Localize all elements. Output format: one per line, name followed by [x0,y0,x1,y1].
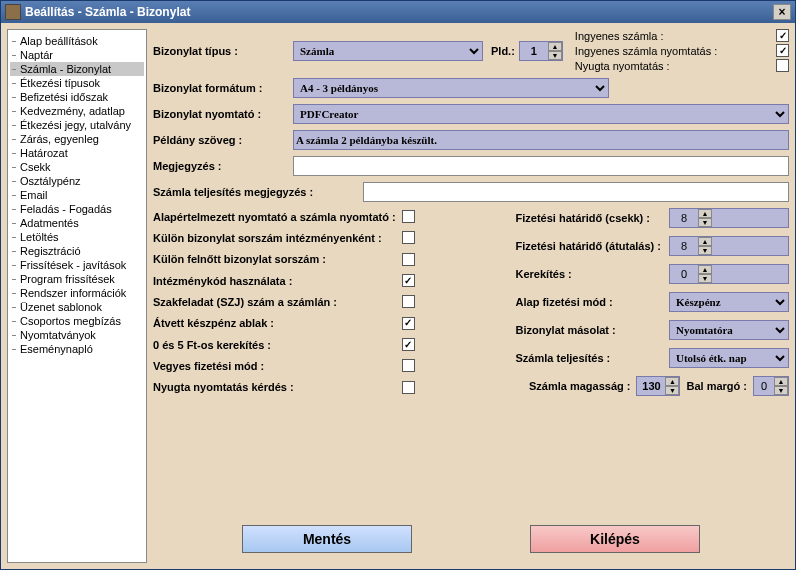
sidebar-item[interactable]: Csekk [10,160,144,174]
select-tipus[interactable]: Számla [293,41,483,61]
label-c8: Nyugta nyomtatás kérdés : [153,381,396,393]
sidebar-item[interactable]: Email [10,188,144,202]
input-megjegyzes[interactable] [293,156,789,176]
label-c3: Intézménykód használata : [153,275,396,287]
exit-button[interactable]: Kilépés [530,525,700,553]
sidebar-item[interactable]: Étkezési jegy, utalvány [10,118,144,132]
label-c6: 0 és 5 Ft-os kerekítés : [153,339,396,351]
sidebar-item[interactable]: Határozat [10,146,144,160]
check-ingyenes[interactable] [776,29,789,42]
label-nyugta-ny: Nyugta nyomtatás : [575,60,744,72]
check-c1[interactable] [402,231,415,244]
select-biz-masolat[interactable]: Nyomtatóra [669,320,789,340]
save-button[interactable]: Mentés [242,525,412,553]
label-alap-fizmod: Alap fizetési mód : [516,296,661,308]
select-alap-fizmod[interactable]: Készpénz [669,292,789,312]
label-nyomtato: Bizonylat nyomtató : [153,108,293,120]
check-c8[interactable] [402,381,415,394]
spin-fiz-csekk[interactable]: ▲▼ [669,208,789,228]
spin-fiz-atut[interactable]: ▲▼ [669,236,789,256]
label-ingyenes-ny: Ingyenes számla nyomtatás : [575,45,744,57]
window-title: Beállítás - Számla - Bizonylat [25,5,773,19]
check-c0[interactable] [402,210,415,223]
sidebar-item[interactable]: Letöltés [10,230,144,244]
sidebar-item[interactable]: Számla - Bizonylat [10,62,144,76]
sidebar-item[interactable]: Rendszer információk [10,286,144,300]
sidebar-item[interactable]: Program frissítések [10,272,144,286]
sidebar-item[interactable]: Osztálypénz [10,174,144,188]
check-c4[interactable] [402,295,415,308]
sidebar-item[interactable]: Befizetési időszak [10,90,144,104]
sidebar-item[interactable]: Csoportos megbízás [10,314,144,328]
sidebar-item[interactable]: Kedvezmény, adatlap [10,104,144,118]
spin-kerekites[interactable]: ▲▼ [669,264,789,284]
label-szamla-mag: Számla magasság : [529,380,631,392]
sidebar-item[interactable]: Üzenet sablonok [10,300,144,314]
app-icon [5,4,21,20]
spin-pld[interactable]: ▲▼ [519,41,563,61]
close-icon[interactable]: × [773,4,791,20]
label-c7: Vegyes fizetési mód : [153,360,396,372]
main-panel: Bizonylat típus : Számla Pld.: ▲▼ Ingyen… [153,29,789,563]
label-c1: Külön bizonylat sorszám intézményenként … [153,232,396,244]
spin-szamla-mag[interactable]: ▲▼ [636,376,680,396]
label-peldany: Példány szöveg : [153,134,293,146]
chevron-up-icon[interactable]: ▲ [548,42,562,51]
label-kerekites: Kerekítés : [516,268,661,280]
label-ingyenes: Ingyenes számla : [575,30,744,42]
check-nyugta-ny[interactable] [776,59,789,72]
sidebar-item[interactable]: Alap beállítások [10,34,144,48]
label-tipus: Bizonylat típus : [153,45,293,57]
label-c4: Szakfeladat (SZJ) szám a számlán : [153,296,396,308]
sidebar-item[interactable]: Frissítések - javítások [10,258,144,272]
sidebar-item[interactable]: Feladás - Fogadás [10,202,144,216]
label-fiz-csekk: Fizetési határidő (csekk) : [516,212,661,224]
select-szamla-telj[interactable]: Utolsó étk. nap [669,348,789,368]
label-pld: Pld.: [491,45,515,57]
sidebar-item[interactable]: Regisztráció [10,244,144,258]
label-fiz-atut: Fizetési határidő (átutalás) : [516,240,661,252]
label-bal-margo: Bal margó : [686,380,747,392]
label-c2: Külön felnőtt bizonylat sorszám : [153,253,396,265]
input-szamla-telj-megj[interactable] [363,182,789,202]
spin-bal-margo[interactable]: ▲▼ [753,376,789,396]
select-nyomtato[interactable]: PDFCreator [293,104,789,124]
sidebar-item[interactable]: Nyomtatványok [10,328,144,342]
titlebar: Beállítás - Számla - Bizonylat × [1,1,795,23]
sidebar-item[interactable]: Eseménynapló [10,342,144,356]
input-peldany[interactable] [293,130,789,150]
check-c5[interactable] [402,317,415,330]
check-c3[interactable] [402,274,415,287]
sidebar: Alap beállításokNaptárSzámla - Bizonylat… [7,29,147,563]
sidebar-item[interactable]: Naptár [10,48,144,62]
sidebar-item[interactable]: Zárás, egyenleg [10,132,144,146]
label-szamla-telj-megj: Számla teljesítés megjegyzés : [153,186,363,198]
label-c0: Alapértelmezett nyomtató a számla nyomta… [153,211,396,223]
label-formatum: Bizonylat formátum : [153,82,293,94]
label-megjegyzes: Megjegyzés : [153,160,293,172]
sidebar-item[interactable]: Adatmentés [10,216,144,230]
label-szamla-telj: Számla teljesítés : [516,352,661,364]
check-c7[interactable] [402,359,415,372]
label-biz-masolat: Bizonylat másolat : [516,324,661,336]
label-c5: Átvett készpénz ablak : [153,317,396,329]
check-c6[interactable] [402,338,415,351]
chevron-down-icon[interactable]: ▼ [548,51,562,60]
select-formatum[interactable]: A4 - 3 példányos [293,78,609,98]
check-c2[interactable] [402,253,415,266]
sidebar-item[interactable]: Étkezési típusok [10,76,144,90]
check-ingyenes-ny[interactable] [776,44,789,57]
